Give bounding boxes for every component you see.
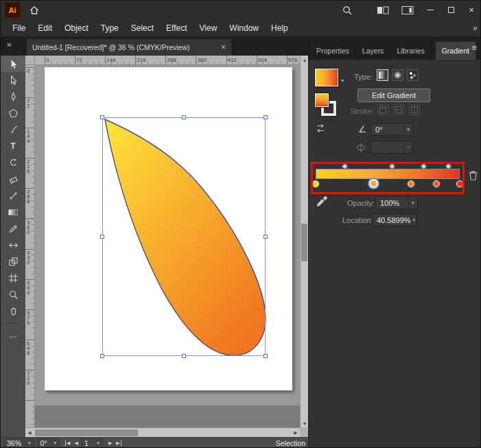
selection-handle[interactable] (263, 115, 268, 119)
titlebar: Ai × (1, 1, 481, 20)
tool-shape-builder[interactable] (1, 253, 25, 270)
tool-selection[interactable] (1, 56, 25, 72)
gradient-stop[interactable] (408, 180, 414, 187)
minimize-button[interactable] (420, 1, 441, 19)
freeform-gradient-type-button[interactable] (407, 69, 419, 81)
tool-artboard[interactable] (1, 270, 25, 286)
previous-artboard-icon[interactable]: ◀ (74, 440, 78, 446)
tool-paintbrush[interactable] (1, 121, 25, 138)
tool-pen[interactable] (1, 89, 25, 105)
angle-select[interactable]: 0° ▾ (371, 123, 413, 136)
selection-handle[interactable] (263, 354, 268, 358)
artboard-navigation: ◀ ◀ (65, 440, 78, 446)
menu-type[interactable]: Type (95, 20, 125, 36)
selection-handle[interactable] (263, 235, 268, 239)
chevron-down-icon[interactable]: ▾ (408, 197, 417, 209)
vertical-scroll-thumb[interactable] (301, 224, 307, 261)
toolbar-collapse-icon[interactable]: » (7, 40, 12, 49)
selection-handle[interactable] (182, 115, 186, 119)
artboard-number-select[interactable]: 1 ▾ (81, 438, 103, 448)
home-icon[interactable] (25, 3, 43, 17)
tool-pencil[interactable] (1, 220, 25, 237)
selection-handle[interactable] (182, 354, 186, 358)
tool-type[interactable]: T (1, 138, 25, 154)
location-value: 40.5899% (373, 216, 411, 224)
pasteboard[interactable] (35, 65, 300, 427)
document-tab[interactable]: Untitled-1 [Recovered]* @ 36 % (CMYK/Pre… (27, 39, 231, 56)
angle-value: 0° (371, 126, 403, 134)
document-tab-close-icon[interactable]: × (221, 43, 226, 52)
reverse-gradient-icon[interactable] (314, 123, 327, 133)
stroke-within-button[interactable] (377, 104, 388, 115)
ruler-label-v: 144 (27, 129, 30, 143)
hand-tool-icon (8, 306, 19, 316)
gradient-stop[interactable] (433, 180, 440, 187)
eyedropper-icon[interactable] (317, 196, 328, 208)
gradient-stop-selected[interactable] (369, 179, 378, 188)
location-select[interactable]: 40.5899% ▾ (372, 213, 417, 226)
scroll-left-icon[interactable]: ◀ (25, 428, 34, 438)
menu-edit[interactable]: Edit (32, 20, 58, 36)
tool-width[interactable] (1, 237, 25, 253)
tool-shape[interactable] (1, 105, 25, 121)
selection-handle[interactable] (100, 235, 104, 239)
gradient-stop[interactable] (456, 180, 463, 187)
vertical-scrollbar[interactable]: ▲ ▼ (300, 56, 308, 427)
chevron-down-icon[interactable]: ▾ (403, 123, 412, 135)
menu-object[interactable]: Object (58, 20, 95, 36)
tool-more[interactable]: … (1, 327, 25, 343)
gradient-bar[interactable] (316, 169, 460, 179)
stroke-along-button[interactable] (393, 104, 404, 115)
ruler-label-v: 72 (27, 99, 30, 108)
menu-window[interactable]: Window (223, 20, 265, 36)
linear-gradient-type-button[interactable] (377, 69, 388, 81)
tool-gradient[interactable] (1, 204, 25, 220)
delete-stop-icon[interactable] (468, 169, 478, 181)
width-tool-icon (8, 240, 19, 250)
workspace-switcher-icon[interactable] (399, 3, 417, 17)
scroll-right-icon[interactable]: ▶ (292, 428, 300, 438)
horizontal-scrollbar[interactable]: ◀ ▶ (25, 427, 300, 437)
opacity-select[interactable]: 100% ▾ (375, 196, 418, 209)
gradient-tool-icon (8, 209, 18, 215)
menu-select[interactable]: Select (125, 20, 160, 36)
last-artboard-icon[interactable]: ▶ (116, 440, 121, 446)
app-logo-icon[interactable]: Ai (5, 3, 20, 18)
selection-handle[interactable] (100, 354, 104, 358)
menu-effect[interactable]: Effect (160, 20, 193, 36)
chevron-down-icon: ▾ (28, 440, 31, 446)
ruler-label-v: 720 (27, 371, 30, 386)
zoom-select[interactable]: 36% ▾ (3, 438, 34, 448)
type-tool-icon: T (10, 141, 15, 151)
tool-hand[interactable] (1, 303, 25, 319)
tool-scale[interactable] (1, 187, 25, 204)
fill-proxy[interactable] (314, 93, 329, 108)
search-icon[interactable] (338, 3, 356, 17)
swatch-dropdown-icon[interactable]: ▾ (341, 78, 344, 84)
selection-handle[interactable] (100, 115, 104, 119)
gradient-slider[interactable] (316, 164, 460, 190)
gradient-stop[interactable] (312, 180, 319, 187)
close-button[interactable]: × (461, 1, 481, 19)
ruler-label-v: 216 (27, 159, 30, 174)
menu-file[interactable]: File (6, 20, 32, 36)
radial-gradient-type-button[interactable] (392, 69, 403, 81)
menubar-overflow-icon[interactable]: » (473, 20, 478, 36)
aspect-ratio-select: ▾ (371, 141, 413, 154)
edit-gradient-button[interactable]: Edit Gradient (357, 89, 430, 102)
horizontal-scroll-thumb[interactable] (35, 429, 138, 436)
stroke-across-button[interactable] (409, 104, 420, 115)
next-artboard-icon[interactable]: ▶ (108, 440, 112, 446)
first-artboard-icon[interactable]: ◀ (65, 440, 70, 446)
tool-zoom[interactable] (1, 286, 25, 303)
tool-eraser[interactable] (1, 171, 25, 187)
rotation-select[interactable]: 0° ▾ (37, 438, 60, 448)
gradient-fill-swatch[interactable] (314, 68, 339, 87)
arrange-documents-icon[interactable] (374, 3, 392, 17)
menu-view[interactable]: View (193, 20, 224, 36)
tool-direct-selection[interactable] (1, 72, 25, 89)
tool-rotate[interactable] (1, 154, 25, 171)
maximize-button[interactable] (441, 1, 461, 19)
menu-help[interactable]: Help (265, 20, 294, 36)
chevron-down-icon[interactable]: ▾ (411, 214, 417, 226)
